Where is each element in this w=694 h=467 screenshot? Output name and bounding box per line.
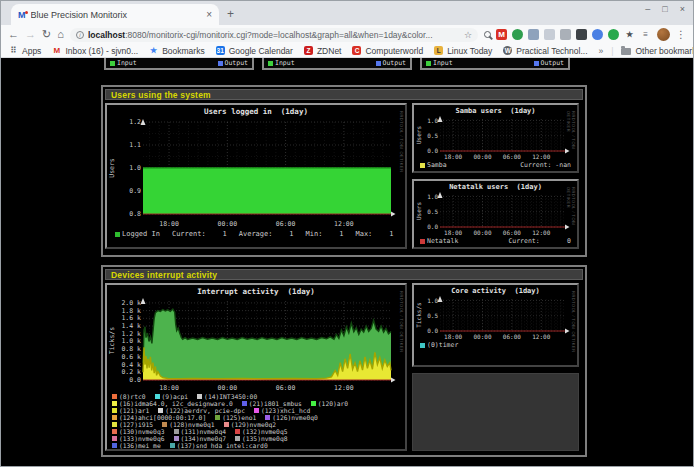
window-close-button[interactable]: × xyxy=(680,4,685,14)
pin-extension-icon[interactable]: ★ xyxy=(624,29,635,40)
legend-swatch xyxy=(174,429,179,434)
legend-label: (124)ahci[0000:00:17.0] xyxy=(119,414,206,421)
legend-label: (0)timer xyxy=(427,341,458,349)
svg-text:06:00: 06:00 xyxy=(276,220,296,228)
legend-label: (128)nvme0q1 xyxy=(169,421,215,428)
copy-pages-extension-icon[interactable] xyxy=(528,29,539,40)
url-text[interactable]: localhost:8080/monitorix-cgi/monitorix.c… xyxy=(88,30,460,40)
svg-text:1.0: 1.0 xyxy=(427,297,438,304)
bookmark-favicon-icon: Z xyxy=(304,46,313,55)
graph-title: Users logged in (1day) xyxy=(107,107,405,116)
window-controls: – □ × xyxy=(645,4,685,14)
address-bar[interactable]: i localhost:8080/monitorix-cgi/monitorix… xyxy=(70,28,478,42)
rrdtool-watermark: RRDTOOL / TOBI OETIKER xyxy=(571,291,576,353)
svg-text:Ticks/s: Ticks/s xyxy=(415,302,422,328)
svg-text:Users: Users xyxy=(415,126,422,144)
bookmark-item[interactable]: MInbox (16) - sjvn0... xyxy=(52,46,138,56)
tab-close-icon[interactable]: × xyxy=(206,9,212,20)
bookmark-star-icon[interactable]: ☆ xyxy=(464,30,472,40)
svg-text:00:00: 00:00 xyxy=(218,220,238,228)
page-info-icon[interactable]: i xyxy=(76,31,84,39)
legend-label: (125)eno1 xyxy=(222,414,256,421)
cast-extension-icon[interactable] xyxy=(560,29,571,40)
back-button[interactable]: ← xyxy=(8,29,19,40)
clipped-graph-box[interactable]: Input Output xyxy=(104,58,254,70)
home-button[interactable]: ⌂ xyxy=(57,29,64,40)
bookmark-favicon-icon: M xyxy=(52,46,61,55)
legend-label: (16)idma64.0, i2c_designware.0 xyxy=(119,400,233,407)
svg-text:0.0: 0.0 xyxy=(427,327,438,334)
netatalk-users-graph[interactable]: Netatalk users (1day) 1.00.50.018:0000:0… xyxy=(412,179,579,249)
legend-swatch xyxy=(158,408,163,413)
search-extension-icon[interactable] xyxy=(484,31,491,38)
graph-title: Core activity (1day) xyxy=(414,287,577,295)
interrupts-section-header: Devices interrupt activity xyxy=(105,269,583,280)
legend-label: Netatalk xyxy=(427,237,458,245)
svg-text:0.5: 0.5 xyxy=(427,132,438,139)
page-extension-icon[interactable] xyxy=(544,29,555,40)
input-legend-swatch xyxy=(110,61,115,66)
clipped-graph-box[interactable]: Input Output xyxy=(262,58,412,70)
users-section-header: Users using the system xyxy=(105,89,583,100)
bookmark-item[interactable]: CComputerworld xyxy=(352,46,423,56)
forward-button[interactable]: → xyxy=(25,29,36,40)
profile-avatar[interactable] xyxy=(657,28,670,41)
bookmark-item[interactable]: ⠿Apps xyxy=(9,46,41,56)
clipped-graph-box[interactable]: Input Output xyxy=(420,58,570,70)
legend-swatch xyxy=(112,394,117,399)
new-tab-button[interactable]: + xyxy=(227,7,234,21)
bookmark-favicon-icon: ★ xyxy=(149,46,158,55)
section-filler-panel xyxy=(412,373,579,451)
legend-label: Min: 1 xyxy=(306,230,344,238)
svg-text:0.0: 0.0 xyxy=(427,223,438,230)
rrdtool-watermark: RRDTOOL / TOBI OETIKER xyxy=(399,111,404,173)
bookmark-item[interactable]: ZZDNet xyxy=(304,46,342,56)
svg-text:1.0: 1.0 xyxy=(427,117,438,124)
green-dot-extension-icon[interactable] xyxy=(608,29,619,40)
interrupt-activity-graph[interactable]: Interrupt activity (1day) 2.0 k1.8 k1.6 … xyxy=(105,283,407,451)
svg-text:06:00: 06:00 xyxy=(276,384,296,392)
svg-text:0.9: 0.9 xyxy=(129,187,141,195)
svg-text:0.5: 0.5 xyxy=(427,208,438,215)
blue-dot-extension-icon[interactable] xyxy=(592,29,603,40)
tab-title: Blue Precision Monitorix xyxy=(31,10,202,20)
globe-extension-icon[interactable] xyxy=(512,29,523,40)
samba-graph-legend: SambaCurrent: -nan xyxy=(414,161,577,169)
netatalk-graph-legend: NetatalkCurrent: 0 xyxy=(414,237,577,245)
legend-swatch xyxy=(112,415,117,420)
bookmark-item[interactable]: ★Bookmarks xyxy=(149,46,205,56)
legend-swatch xyxy=(112,436,117,441)
browser-tab[interactable]: M Blue Precision Monitorix × xyxy=(11,4,219,25)
svg-text:18:00: 18:00 xyxy=(159,220,179,228)
legend-label: (123)xhci_hcd xyxy=(261,407,310,414)
legend-label: (127)i915 xyxy=(119,421,153,428)
window-minimize-button[interactable]: – xyxy=(645,4,650,14)
legend-swatch xyxy=(420,343,425,348)
svg-text:0.0: 0.0 xyxy=(427,147,438,154)
svg-text:00:00: 00:00 xyxy=(473,153,491,160)
other-bookmarks-button[interactable]: Other bookmarks xyxy=(621,46,693,56)
bookmark-item[interactable]: 31Google Calendar xyxy=(216,46,293,56)
reload-button[interactable]: ↻ xyxy=(42,29,51,40)
bookmark-item[interactable]: LLinux Today xyxy=(434,46,492,56)
input-legend-swatch xyxy=(426,61,431,66)
bookmark-item[interactable]: WPractical Technol... xyxy=(503,46,587,56)
playlist-extension-icon[interactable]: ≡ xyxy=(640,29,651,40)
dark-app-extension-icon[interactable] xyxy=(576,29,587,40)
bookmark-favicon-icon: W xyxy=(503,46,512,55)
window-maximize-button[interactable]: □ xyxy=(662,4,667,14)
svg-text:1.1: 1.1 xyxy=(129,141,141,149)
svg-text:1.2: 1.2 xyxy=(129,118,141,126)
legend-swatch xyxy=(242,401,247,406)
bookmarks-bar: ⠿AppsMInbox (16) - sjvn0...★Bookmarks31G… xyxy=(1,44,693,58)
core-activity-graph[interactable]: Core activity (1day) 1.00.50.018:0000:00… xyxy=(412,283,579,367)
legend-label: Max: 1 xyxy=(355,230,393,238)
samba-users-graph[interactable]: Samba users (1day) 1.00.50.018:0000:0006… xyxy=(412,103,579,173)
gmail-extension-icon[interactable]: M xyxy=(496,29,507,40)
graph-title: Samba users (1day) xyxy=(414,107,577,115)
legend-label: (121)ar1 xyxy=(119,407,149,414)
browser-menu-icon[interactable]: ⋮ xyxy=(676,29,686,40)
legend-label: (136)mei_me xyxy=(119,442,161,449)
users-logged-in-graph[interactable]: Users logged in (1day) 1.21.11.00.90.818… xyxy=(105,103,407,249)
bookmarks-overflow-icon[interactable]: » xyxy=(599,46,604,56)
